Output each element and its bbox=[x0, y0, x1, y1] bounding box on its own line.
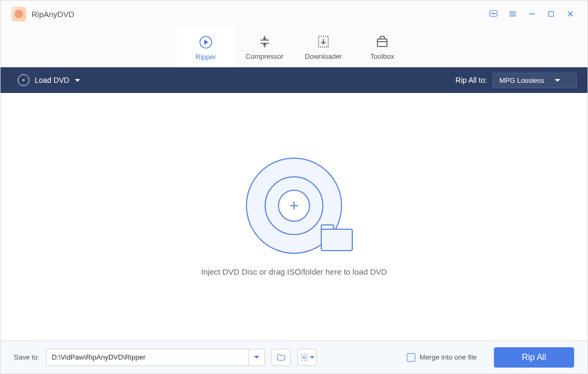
ripall-to-label: Rip All to: bbox=[455, 76, 487, 84]
svg-point-21 bbox=[303, 356, 305, 359]
tab-downloader[interactable]: Downloader bbox=[294, 27, 353, 67]
rip-all-button[interactable]: Rip All bbox=[494, 347, 574, 368]
folder-icon bbox=[321, 225, 353, 251]
tab-label: Compressor bbox=[246, 52, 284, 60]
menu-icon[interactable] bbox=[506, 7, 519, 20]
tab-label: Toolbox bbox=[370, 52, 394, 60]
chevron-down-icon bbox=[75, 79, 80, 82]
tab-compressor[interactable]: Compressor bbox=[235, 27, 294, 67]
feedback-icon[interactable] bbox=[487, 7, 500, 20]
tab-label: Downloader bbox=[305, 52, 342, 60]
action-bar: Load DVD Rip All to: MPG Lossless bbox=[1, 67, 587, 93]
app-logo-icon bbox=[11, 6, 26, 21]
compress-icon bbox=[257, 34, 272, 49]
disc-illustration-icon: + bbox=[241, 158, 347, 254]
svg-marker-22 bbox=[310, 356, 314, 359]
dropzone-instruction: Inject DVD Disc or drag ISO/folder here … bbox=[201, 267, 387, 276]
svg-point-3 bbox=[494, 13, 496, 14]
browse-folder-button[interactable] bbox=[272, 349, 291, 366]
svg-rect-19 bbox=[377, 39, 387, 46]
chevron-down-icon bbox=[555, 79, 560, 82]
path-dropdown-button[interactable] bbox=[249, 349, 265, 366]
close-button[interactable] bbox=[564, 7, 577, 20]
footer-bar: Save to: D:\VidPaw\RipAnyDVD\Ripper Merg… bbox=[1, 340, 587, 373]
merge-checkbox[interactable] bbox=[407, 353, 415, 362]
load-dvd-label: Load DVD bbox=[35, 76, 69, 84]
titlebar-left: RipAnyDVD bbox=[11, 6, 74, 21]
format-selected-value: MPG Lossless bbox=[499, 76, 544, 84]
maximize-button[interactable] bbox=[545, 7, 558, 20]
merge-label: Merge into one file bbox=[420, 353, 477, 361]
load-dvd-button[interactable]: Load DVD bbox=[11, 71, 87, 89]
disc-icon bbox=[18, 74, 29, 86]
play-circle-icon bbox=[198, 35, 213, 50]
download-icon bbox=[316, 34, 331, 49]
tab-nav: Ripper Compressor Downloader Toolbox bbox=[1, 27, 587, 67]
svg-marker-12 bbox=[204, 40, 208, 45]
saveto-label: Save to: bbox=[14, 353, 40, 361]
settings-button[interactable] bbox=[297, 349, 316, 366]
output-format-select[interactable]: MPG Lossless bbox=[492, 73, 577, 88]
minimize-button[interactable] bbox=[525, 7, 538, 20]
tab-label: Ripper bbox=[196, 53, 216, 61]
tab-toolbox[interactable]: Toolbox bbox=[353, 27, 412, 67]
svg-point-1 bbox=[491, 13, 492, 14]
svg-point-2 bbox=[493, 13, 494, 14]
chevron-down-icon bbox=[254, 356, 259, 359]
app-title: RipAnyDVD bbox=[32, 10, 74, 19]
main-dropzone[interactable]: + Inject DVD Disc or drag ISO/folder her… bbox=[1, 93, 587, 340]
tab-ripper[interactable]: Ripper bbox=[176, 27, 235, 67]
svg-rect-8 bbox=[549, 12, 554, 17]
output-path-input[interactable]: D:\VidPaw\RipAnyDVD\Ripper bbox=[46, 349, 249, 366]
toolbox-icon bbox=[375, 34, 390, 49]
titlebar: RipAnyDVD bbox=[1, 1, 587, 27]
